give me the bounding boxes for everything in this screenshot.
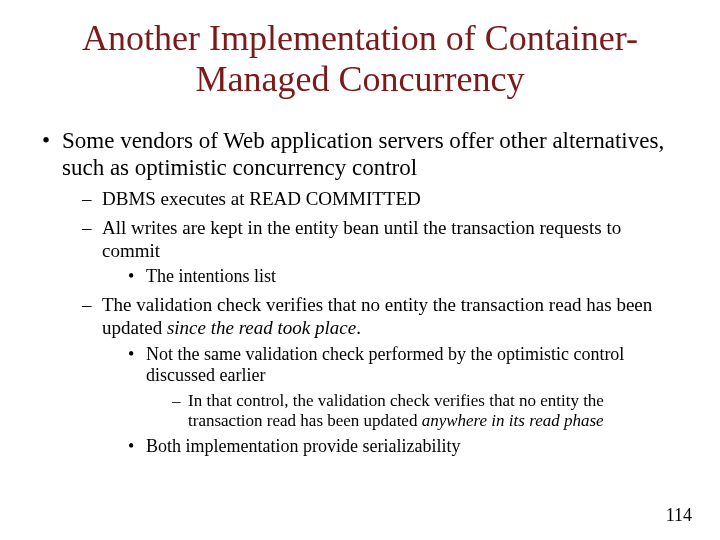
page-number: 114	[666, 505, 692, 526]
subsub-item: The intentions list	[124, 266, 682, 288]
sub-text: DBMS executes at READ COMMITTED	[102, 188, 421, 209]
subsub-text: The intentions list	[146, 266, 276, 286]
slide: Another Implementation of Container-Mana…	[0, 0, 720, 540]
subsub-list: The intentions list	[124, 266, 682, 288]
subsubsub-item: In that control, the validation check ve…	[168, 391, 682, 432]
sub-text: All writes are kept in the entity bean u…	[102, 217, 621, 261]
bullet-list: Some vendors of Web application servers …	[38, 127, 682, 457]
bullet-text: Some vendors of Web application servers …	[62, 128, 664, 181]
sub-item: DBMS executes at READ COMMITTED	[78, 188, 682, 211]
subsub-item: Not the same validation check performed …	[124, 344, 682, 432]
subsub-text: Both implementation provide serializabil…	[146, 436, 460, 456]
subsub-list: Not the same validation check performed …	[124, 344, 682, 458]
sub-item: The validation check verifies that no en…	[78, 294, 682, 457]
subsub-item: Both implementation provide serializabil…	[124, 436, 682, 458]
sub-text-italic: since the read took place	[167, 317, 356, 338]
bullet-item: Some vendors of Web application servers …	[38, 127, 682, 457]
sub-text: .	[356, 317, 361, 338]
sub-item: All writes are kept in the entity bean u…	[78, 217, 682, 288]
slide-title: Another Implementation of Container-Mana…	[38, 18, 682, 101]
subsub-text: Not the same validation check	[146, 344, 364, 364]
subsubsub-text-italic: anywhere in its read phase	[422, 411, 604, 430]
sub-list: DBMS executes at READ COMMITTED All writ…	[78, 188, 682, 457]
subsubsub-list: In that control, the validation check ve…	[168, 391, 682, 432]
